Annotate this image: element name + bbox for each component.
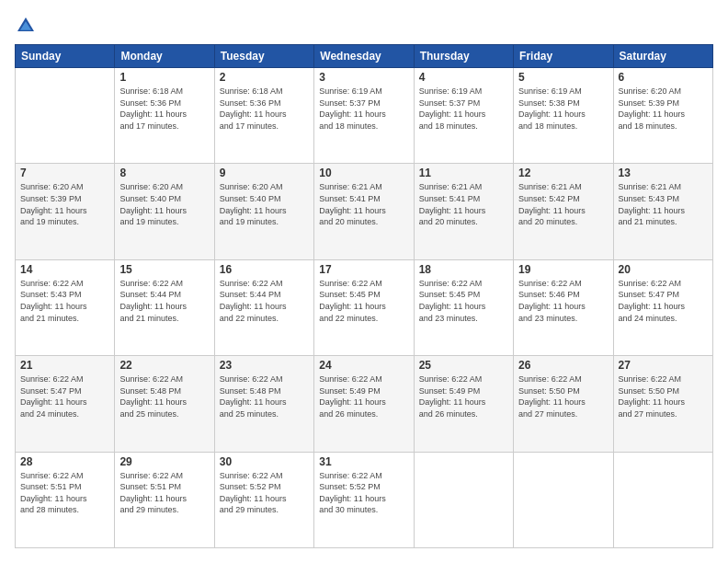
table-row: 3Sunrise: 6:19 AMSunset: 5:37 PMDaylight… xyxy=(314,68,414,164)
day-number: 14 xyxy=(20,263,109,276)
col-thursday: Thursday xyxy=(414,45,513,68)
table-row: 2Sunrise: 6:18 AMSunset: 5:36 PMDaylight… xyxy=(214,68,313,164)
day-number: 16 xyxy=(220,263,309,276)
logo-icon xyxy=(15,15,37,37)
table-row: 16Sunrise: 6:22 AMSunset: 5:44 PMDayligh… xyxy=(214,259,313,355)
day-number: 26 xyxy=(518,359,608,372)
cell-info: Sunrise: 6:19 AMSunset: 5:37 PMDaylight:… xyxy=(319,86,408,132)
cell-info: Sunrise: 6:22 AMSunset: 5:51 PMDaylight:… xyxy=(20,470,109,516)
day-number: 2 xyxy=(220,71,309,84)
cell-info: Sunrise: 6:21 AMSunset: 5:41 PMDaylight:… xyxy=(319,181,408,227)
table-row: 1Sunrise: 6:18 AMSunset: 5:36 PMDaylight… xyxy=(115,68,214,164)
table-row: 9Sunrise: 6:20 AMSunset: 5:40 PMDaylight… xyxy=(214,164,313,259)
table-row: 17Sunrise: 6:22 AMSunset: 5:45 PMDayligh… xyxy=(314,259,414,355)
table-row: 31Sunrise: 6:22 AMSunset: 5:52 PMDayligh… xyxy=(314,452,414,547)
cell-info: Sunrise: 6:22 AMSunset: 5:52 PMDaylight:… xyxy=(319,470,408,516)
table-row: 18Sunrise: 6:22 AMSunset: 5:45 PMDayligh… xyxy=(414,259,513,355)
table-row: 27Sunrise: 6:22 AMSunset: 5:50 PMDayligh… xyxy=(613,356,712,452)
cell-info: Sunrise: 6:22 AMSunset: 5:51 PMDaylight:… xyxy=(119,470,209,516)
day-number: 1 xyxy=(119,71,209,84)
day-number: 20 xyxy=(619,263,708,276)
logo xyxy=(15,15,40,37)
col-friday: Friday xyxy=(514,45,613,68)
table-row: 6Sunrise: 6:20 AMSunset: 5:39 PMDaylight… xyxy=(613,68,712,164)
cell-info: Sunrise: 6:22 AMSunset: 5:43 PMDaylight:… xyxy=(20,278,109,324)
day-number: 10 xyxy=(319,167,408,179)
day-number: 27 xyxy=(619,359,708,372)
cell-info: Sunrise: 6:22 AMSunset: 5:45 PMDaylight:… xyxy=(419,278,508,324)
cell-info: Sunrise: 6:21 AMSunset: 5:41 PMDaylight:… xyxy=(419,181,508,227)
cell-info: Sunrise: 6:20 AMSunset: 5:40 PMDaylight:… xyxy=(220,181,309,227)
table-row: 19Sunrise: 6:22 AMSunset: 5:46 PMDayligh… xyxy=(514,259,613,355)
cell-info: Sunrise: 6:22 AMSunset: 5:49 PMDaylight:… xyxy=(319,373,408,419)
table-row: 11Sunrise: 6:21 AMSunset: 5:41 PMDayligh… xyxy=(414,164,513,259)
calendar-week-row: 7Sunrise: 6:20 AMSunset: 5:39 PMDaylight… xyxy=(16,164,713,259)
day-number: 30 xyxy=(220,455,309,468)
col-wednesday: Wednesday xyxy=(314,45,414,68)
table-row: 24Sunrise: 6:22 AMSunset: 5:49 PMDayligh… xyxy=(314,356,414,452)
day-number: 24 xyxy=(319,359,408,372)
table-row: 8Sunrise: 6:20 AMSunset: 5:40 PMDaylight… xyxy=(115,164,214,259)
table-row: 21Sunrise: 6:22 AMSunset: 5:47 PMDayligh… xyxy=(16,356,115,452)
day-number: 31 xyxy=(319,455,408,468)
cell-info: Sunrise: 6:22 AMSunset: 5:49 PMDaylight:… xyxy=(419,373,508,419)
cell-info: Sunrise: 6:22 AMSunset: 5:50 PMDaylight:… xyxy=(518,373,608,419)
day-number: 9 xyxy=(220,167,309,179)
calendar-week-row: 21Sunrise: 6:22 AMSunset: 5:47 PMDayligh… xyxy=(16,356,713,452)
header xyxy=(15,15,713,37)
cell-info: Sunrise: 6:22 AMSunset: 5:48 PMDaylight:… xyxy=(220,373,309,419)
calendar: Sunday Monday Tuesday Wednesday Thursday… xyxy=(15,44,713,548)
cell-info: Sunrise: 6:20 AMSunset: 5:40 PMDaylight:… xyxy=(119,181,209,227)
cell-info: Sunrise: 6:22 AMSunset: 5:52 PMDaylight:… xyxy=(220,470,309,516)
cell-info: Sunrise: 6:19 AMSunset: 5:37 PMDaylight:… xyxy=(419,86,508,132)
cell-info: Sunrise: 6:22 AMSunset: 5:45 PMDaylight:… xyxy=(319,278,408,324)
cell-info: Sunrise: 6:22 AMSunset: 5:48 PMDaylight:… xyxy=(119,373,209,419)
day-number: 3 xyxy=(319,71,408,84)
col-monday: Monday xyxy=(115,45,214,68)
table-row xyxy=(613,452,712,547)
day-number: 29 xyxy=(119,455,209,468)
table-row: 4Sunrise: 6:19 AMSunset: 5:37 PMDaylight… xyxy=(414,68,513,164)
day-number: 23 xyxy=(220,359,309,372)
day-number: 28 xyxy=(20,455,109,468)
calendar-week-row: 28Sunrise: 6:22 AMSunset: 5:51 PMDayligh… xyxy=(16,452,713,547)
cell-info: Sunrise: 6:22 AMSunset: 5:47 PMDaylight:… xyxy=(20,373,109,419)
cell-info: Sunrise: 6:20 AMSunset: 5:39 PMDaylight:… xyxy=(619,86,708,132)
table-row: 10Sunrise: 6:21 AMSunset: 5:41 PMDayligh… xyxy=(314,164,414,259)
table-row: 30Sunrise: 6:22 AMSunset: 5:52 PMDayligh… xyxy=(214,452,313,547)
calendar-header-row: Sunday Monday Tuesday Wednesday Thursday… xyxy=(16,45,713,68)
day-number: 15 xyxy=(119,263,209,276)
calendar-week-row: 14Sunrise: 6:22 AMSunset: 5:43 PMDayligh… xyxy=(16,259,713,355)
day-number: 21 xyxy=(20,359,109,372)
col-saturday: Saturday xyxy=(613,45,712,68)
cell-info: Sunrise: 6:22 AMSunset: 5:50 PMDaylight:… xyxy=(619,373,708,419)
day-number: 8 xyxy=(119,167,209,179)
table-row: 15Sunrise: 6:22 AMSunset: 5:44 PMDayligh… xyxy=(115,259,214,355)
col-sunday: Sunday xyxy=(16,45,115,68)
table-row: 23Sunrise: 6:22 AMSunset: 5:48 PMDayligh… xyxy=(214,356,313,452)
table-row: 22Sunrise: 6:22 AMSunset: 5:48 PMDayligh… xyxy=(115,356,214,452)
col-tuesday: Tuesday xyxy=(214,45,313,68)
day-number: 11 xyxy=(419,167,508,179)
table-row xyxy=(514,452,613,547)
table-row: 25Sunrise: 6:22 AMSunset: 5:49 PMDayligh… xyxy=(414,356,513,452)
day-number: 19 xyxy=(518,263,608,276)
cell-info: Sunrise: 6:22 AMSunset: 5:47 PMDaylight:… xyxy=(619,278,708,324)
table-row: 14Sunrise: 6:22 AMSunset: 5:43 PMDayligh… xyxy=(16,259,115,355)
table-row: 26Sunrise: 6:22 AMSunset: 5:50 PMDayligh… xyxy=(514,356,613,452)
day-number: 18 xyxy=(419,263,508,276)
cell-info: Sunrise: 6:22 AMSunset: 5:44 PMDaylight:… xyxy=(119,278,209,324)
cell-info: Sunrise: 6:21 AMSunset: 5:43 PMDaylight:… xyxy=(619,181,708,227)
cell-info: Sunrise: 6:18 AMSunset: 5:36 PMDaylight:… xyxy=(119,86,209,132)
calendar-week-row: 1Sunrise: 6:18 AMSunset: 5:36 PMDaylight… xyxy=(16,68,713,164)
page: Sunday Monday Tuesday Wednesday Thursday… xyxy=(0,0,728,563)
table-row: 20Sunrise: 6:22 AMSunset: 5:47 PMDayligh… xyxy=(613,259,712,355)
table-row: 5Sunrise: 6:19 AMSunset: 5:38 PMDaylight… xyxy=(514,68,613,164)
table-row: 13Sunrise: 6:21 AMSunset: 5:43 PMDayligh… xyxy=(613,164,712,259)
table-row: 28Sunrise: 6:22 AMSunset: 5:51 PMDayligh… xyxy=(16,452,115,547)
day-number: 25 xyxy=(419,359,508,372)
day-number: 7 xyxy=(20,167,109,179)
cell-info: Sunrise: 6:22 AMSunset: 5:44 PMDaylight:… xyxy=(220,278,309,324)
cell-info: Sunrise: 6:20 AMSunset: 5:39 PMDaylight:… xyxy=(20,181,109,227)
day-number: 5 xyxy=(518,71,608,84)
